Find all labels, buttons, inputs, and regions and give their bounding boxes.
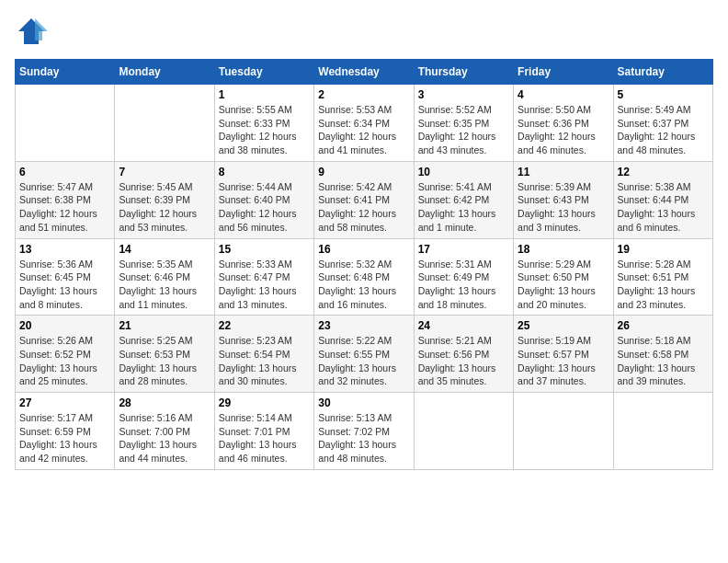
day-info: Sunrise: 5:28 AM Sunset: 6:51 PM Dayligh… (618, 258, 709, 312)
day-info: Sunrise: 5:14 AM Sunset: 7:01 PM Dayligh… (219, 411, 310, 465)
calendar-cell: 21Sunrise: 5:25 AM Sunset: 6:53 PM Dayli… (115, 316, 214, 393)
calendar-cell: 29Sunrise: 5:14 AM Sunset: 7:01 PM Dayli… (214, 393, 313, 470)
day-number: 20 (19, 319, 110, 332)
calendar-cell: 20Sunrise: 5:26 AM Sunset: 6:52 PM Dayli… (16, 316, 115, 393)
day-number: 23 (318, 319, 409, 332)
day-number: 12 (618, 166, 709, 178)
page-header (15, 15, 713, 48)
logo-icon (15, 15, 48, 48)
day-info: Sunrise: 5:29 AM Sunset: 6:50 PM Dayligh… (518, 258, 609, 312)
day-number: 6 (19, 166, 110, 178)
calendar-week-row: 27Sunrise: 5:17 AM Sunset: 6:59 PM Dayli… (16, 393, 713, 470)
svg-marker-2 (35, 18, 48, 40)
day-info: Sunrise: 5:32 AM Sunset: 6:48 PM Dayligh… (318, 258, 409, 312)
day-number: 4 (518, 88, 609, 101)
weekday-header: Friday (514, 60, 613, 85)
calendar-cell: 22Sunrise: 5:23 AM Sunset: 6:54 PM Dayli… (214, 316, 313, 393)
day-number: 5 (618, 88, 709, 101)
day-number: 16 (318, 243, 409, 256)
day-number: 13 (19, 243, 110, 256)
day-info: Sunrise: 5:38 AM Sunset: 6:44 PM Dayligh… (618, 180, 709, 235)
day-number: 1 (219, 88, 310, 101)
calendar-cell: 16Sunrise: 5:32 AM Sunset: 6:48 PM Dayli… (314, 238, 414, 316)
calendar-cell: 2Sunrise: 5:53 AM Sunset: 6:34 PM Daylig… (314, 85, 414, 162)
day-number: 21 (119, 319, 210, 332)
calendar-cell (514, 393, 613, 470)
calendar-cell: 10Sunrise: 5:41 AM Sunset: 6:42 PM Dayli… (414, 161, 513, 238)
day-info: Sunrise: 5:18 AM Sunset: 6:58 PM Dayligh… (618, 334, 709, 388)
day-info: Sunrise: 5:22 AM Sunset: 6:55 PM Dayligh… (318, 334, 409, 388)
calendar-cell: 30Sunrise: 5:13 AM Sunset: 7:02 PM Dayli… (314, 393, 414, 470)
day-number: 11 (518, 166, 609, 178)
day-info: Sunrise: 5:26 AM Sunset: 6:52 PM Dayligh… (19, 334, 110, 388)
calendar-header-row: SundayMondayTuesdayWednesdayThursdayFrid… (16, 60, 713, 85)
calendar-cell (16, 85, 115, 162)
calendar-cell: 24Sunrise: 5:21 AM Sunset: 6:56 PM Dayli… (414, 316, 513, 393)
day-number: 17 (418, 243, 509, 256)
day-info: Sunrise: 5:45 AM Sunset: 6:39 PM Dayligh… (119, 180, 210, 235)
weekday-header: Monday (115, 60, 214, 85)
day-info: Sunrise: 5:39 AM Sunset: 6:43 PM Dayligh… (518, 180, 609, 235)
day-info: Sunrise: 5:36 AM Sunset: 6:45 PM Dayligh… (19, 258, 110, 312)
day-number: 14 (119, 243, 210, 256)
calendar-week-row: 20Sunrise: 5:26 AM Sunset: 6:52 PM Dayli… (16, 316, 713, 393)
day-number: 24 (418, 319, 509, 332)
day-info: Sunrise: 5:19 AM Sunset: 6:57 PM Dayligh… (518, 334, 609, 388)
day-info: Sunrise: 5:31 AM Sunset: 6:49 PM Dayligh… (418, 258, 509, 312)
calendar-cell: 5Sunrise: 5:49 AM Sunset: 6:37 PM Daylig… (613, 85, 712, 162)
calendar-cell: 3Sunrise: 5:52 AM Sunset: 6:35 PM Daylig… (414, 85, 513, 162)
day-info: Sunrise: 5:53 AM Sunset: 6:34 PM Dayligh… (318, 103, 409, 157)
calendar-table: SundayMondayTuesdayWednesdayThursdayFrid… (15, 59, 713, 470)
day-number: 30 (318, 396, 409, 409)
calendar-cell: 19Sunrise: 5:28 AM Sunset: 6:51 PM Dayli… (613, 238, 712, 316)
day-info: Sunrise: 5:44 AM Sunset: 6:40 PM Dayligh… (219, 180, 310, 235)
weekday-header: Wednesday (314, 60, 414, 85)
calendar-cell: 18Sunrise: 5:29 AM Sunset: 6:50 PM Dayli… (514, 238, 613, 316)
day-info: Sunrise: 5:41 AM Sunset: 6:42 PM Dayligh… (418, 180, 509, 235)
calendar-cell: 13Sunrise: 5:36 AM Sunset: 6:45 PM Dayli… (16, 238, 115, 316)
day-number: 8 (219, 166, 310, 178)
day-info: Sunrise: 5:42 AM Sunset: 6:41 PM Dayligh… (318, 180, 409, 235)
calendar-cell: 11Sunrise: 5:39 AM Sunset: 6:43 PM Dayli… (514, 161, 613, 238)
calendar-cell (115, 85, 214, 162)
calendar-cell: 23Sunrise: 5:22 AM Sunset: 6:55 PM Dayli… (314, 316, 414, 393)
day-info: Sunrise: 5:21 AM Sunset: 6:56 PM Dayligh… (418, 334, 509, 388)
day-number: 29 (219, 396, 310, 409)
day-number: 15 (219, 243, 310, 256)
day-info: Sunrise: 5:25 AM Sunset: 6:53 PM Dayligh… (119, 334, 210, 388)
day-number: 10 (418, 166, 509, 178)
day-info: Sunrise: 5:13 AM Sunset: 7:02 PM Dayligh… (318, 411, 409, 465)
calendar-cell: 9Sunrise: 5:42 AM Sunset: 6:41 PM Daylig… (314, 161, 414, 238)
calendar-cell: 12Sunrise: 5:38 AM Sunset: 6:44 PM Dayli… (613, 161, 712, 238)
day-info: Sunrise: 5:33 AM Sunset: 6:47 PM Dayligh… (219, 258, 310, 312)
day-info: Sunrise: 5:55 AM Sunset: 6:33 PM Dayligh… (219, 103, 310, 157)
calendar-cell: 6Sunrise: 5:47 AM Sunset: 6:38 PM Daylig… (16, 161, 115, 238)
day-number: 19 (618, 243, 709, 256)
calendar-cell: 7Sunrise: 5:45 AM Sunset: 6:39 PM Daylig… (115, 161, 214, 238)
day-info: Sunrise: 5:52 AM Sunset: 6:35 PM Dayligh… (418, 103, 509, 157)
weekday-header: Tuesday (214, 60, 313, 85)
day-number: 27 (19, 396, 110, 409)
calendar-cell (613, 393, 712, 470)
calendar-cell: 27Sunrise: 5:17 AM Sunset: 6:59 PM Dayli… (16, 393, 115, 470)
day-info: Sunrise: 5:47 AM Sunset: 6:38 PM Dayligh… (19, 180, 110, 235)
day-number: 22 (219, 319, 310, 332)
day-number: 3 (418, 88, 509, 101)
logo (15, 15, 51, 48)
calendar-cell: 26Sunrise: 5:18 AM Sunset: 6:58 PM Dayli… (613, 316, 712, 393)
calendar-week-row: 13Sunrise: 5:36 AM Sunset: 6:45 PM Dayli… (16, 238, 713, 316)
weekday-header: Thursday (414, 60, 513, 85)
day-number: 2 (318, 88, 409, 101)
calendar-cell: 8Sunrise: 5:44 AM Sunset: 6:40 PM Daylig… (214, 161, 313, 238)
day-info: Sunrise: 5:49 AM Sunset: 6:37 PM Dayligh… (618, 103, 709, 157)
day-info: Sunrise: 5:50 AM Sunset: 6:36 PM Dayligh… (518, 103, 609, 157)
day-number: 28 (119, 396, 210, 409)
calendar-cell: 15Sunrise: 5:33 AM Sunset: 6:47 PM Dayli… (214, 238, 313, 316)
day-number: 18 (518, 243, 609, 256)
day-number: 26 (618, 319, 709, 332)
day-info: Sunrise: 5:16 AM Sunset: 7:00 PM Dayligh… (119, 411, 210, 465)
day-number: 7 (119, 166, 210, 178)
day-number: 9 (318, 166, 409, 178)
calendar-cell: 1Sunrise: 5:55 AM Sunset: 6:33 PM Daylig… (214, 85, 313, 162)
day-info: Sunrise: 5:17 AM Sunset: 6:59 PM Dayligh… (19, 411, 110, 465)
